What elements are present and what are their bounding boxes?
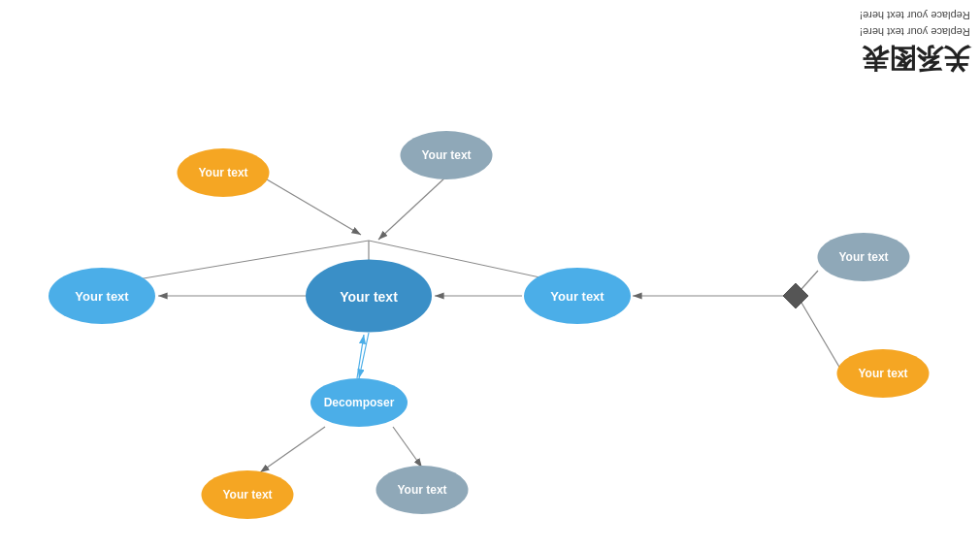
- node-bot-orange[interactable]: Your text: [202, 470, 294, 519]
- watermark-block: 关系图表 Replace your text here! Replace you…: [860, 8, 970, 77]
- node-left1[interactable]: Your text: [49, 268, 155, 324]
- svg-line-17: [801, 271, 818, 289]
- svg-line-4: [267, 179, 361, 235]
- node-bot-gray[interactable]: Your text: [376, 466, 469, 514]
- node-far-right-orange[interactable]: Your text: [837, 349, 930, 398]
- svg-marker-20: [783, 283, 808, 308]
- watermark-subtitle-1: Replace your text here!: [860, 24, 970, 41]
- watermark-title: 关系图表: [860, 40, 970, 77]
- node-right1[interactable]: Your text: [524, 268, 631, 324]
- node-center[interactable]: Your text: [306, 260, 432, 333]
- svg-line-13: [359, 333, 369, 378]
- svg-line-16: [393, 427, 422, 468]
- node-top-orange[interactable]: Your text: [178, 148, 270, 197]
- node-decomposer[interactable]: Decomposer: [310, 378, 408, 427]
- watermark-subtitle-2: Replace your text here!: [860, 8, 970, 24]
- svg-line-5: [378, 177, 446, 240]
- svg-line-14: [357, 335, 364, 378]
- diagram-container: 关系图表 Replace your text here! Replace you…: [0, 0, 980, 550]
- svg-line-15: [260, 427, 325, 472]
- node-far-right-gray[interactable]: Your text: [818, 233, 910, 281]
- svg-line-18: [801, 303, 840, 369]
- node-top-gray[interactable]: Your text: [401, 131, 493, 179]
